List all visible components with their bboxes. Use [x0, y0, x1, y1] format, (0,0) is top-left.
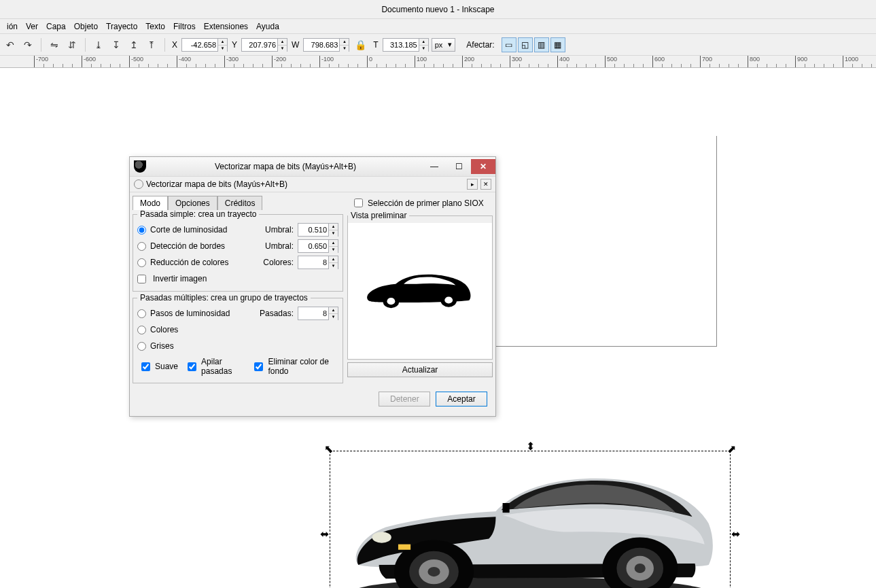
ruler-tick: -600: [82, 56, 96, 68]
unit-select[interactable]: px▾: [432, 38, 456, 52]
w-field[interactable]: [304, 39, 339, 51]
stop-button[interactable]: Detener: [379, 392, 430, 407]
separator: [85, 38, 86, 52]
threshold-label: Umbral:: [256, 225, 294, 235]
tool-options-bar: ↶ ↷ ⇋ ⇵ ⤓ ↧ ↥ ⤒ X ▲▼ Y ▲▼ W ▲▼ 🔒 T ▲▼ px…: [0, 34, 876, 56]
svg-rect-15: [503, 503, 510, 513]
menu-item[interactable]: Trayecto: [102, 20, 141, 33]
minimize-button[interactable]: —: [422, 159, 446, 174]
svg-point-8: [635, 564, 646, 573]
ruler-tick: -700: [34, 56, 48, 68]
menu-item[interactable]: Objeto: [70, 20, 102, 33]
y-field[interactable]: [242, 39, 277, 51]
multiple-scans-fieldset: Pasadas múltiples: crea un grupo de tray…: [133, 293, 343, 383]
brightness-steps-radio[interactable]: Pasos de luminosidad: [137, 309, 252, 318]
brightness-threshold-input[interactable]: ▲▼: [298, 223, 338, 237]
tab-options[interactable]: Opciones: [168, 196, 217, 210]
update-button[interactable]: Actualizar: [347, 362, 493, 377]
y-input[interactable]: ▲▼: [241, 38, 287, 52]
ruler-tick: 800: [748, 56, 760, 68]
w-input[interactable]: ▲▼: [303, 38, 349, 52]
raise-to-top-icon[interactable]: ⤒: [144, 37, 159, 52]
resize-handle-nw[interactable]: ⬉: [324, 444, 333, 455]
menu-item[interactable]: Ayuda: [252, 20, 283, 33]
tab-mode[interactable]: Modo: [133, 196, 168, 210]
color-quantization-radio[interactable]: Reducción de colores: [137, 258, 252, 267]
single-scan-legend: Pasada simple: crea un trayecto: [137, 209, 259, 219]
raise-icon[interactable]: ↥: [126, 37, 141, 52]
menu-item[interactable]: Extensiones: [200, 20, 252, 33]
ruler-tick: -500: [129, 56, 143, 68]
flip-vertical-icon[interactable]: ⇵: [65, 37, 80, 52]
menu-item[interactable]: ión: [3, 20, 22, 33]
affect-pattern-icon[interactable]: ▦: [550, 37, 565, 52]
multiple-scans-legend: Pasadas múltiples: crea un grupo de tray…: [137, 293, 311, 302]
menu-item[interactable]: Ver: [22, 20, 42, 33]
threshold-label: Umbral:: [256, 241, 294, 251]
canvas[interactable]: Vectorizar mapa de bits (Mayús+Alt+B) — …: [0, 68, 876, 588]
lock-icon[interactable]: 🔒: [352, 39, 369, 50]
x-input[interactable]: ▲▼: [181, 38, 228, 52]
spinner-buttons[interactable]: ▲▼: [277, 39, 287, 51]
ok-button[interactable]: Aceptar: [436, 392, 487, 407]
car-image[interactable]: [338, 459, 722, 588]
x-field[interactable]: [182, 39, 217, 51]
resize-handle-e[interactable]: ⬌: [731, 529, 740, 540]
menu-item[interactable]: Filtros: [169, 20, 200, 33]
rotate-ccw-icon[interactable]: ↶: [3, 37, 18, 52]
resize-handle-n[interactable]: ⬍: [526, 441, 535, 452]
tab-credits[interactable]: Créditos: [217, 196, 263, 210]
edge-threshold-input[interactable]: ▲▼: [298, 239, 338, 253]
maximize-button[interactable]: ☐: [446, 159, 471, 174]
affect-gradient-icon[interactable]: ▥: [534, 37, 549, 52]
t-label: T: [372, 40, 379, 50]
colors-count-input[interactable]: ▲▼: [298, 256, 338, 269]
affect-stroke-icon[interactable]: ▭: [502, 37, 516, 52]
selected-object[interactable]: ⬉ ⬍ ⬈ ⬌ ⬌ ⬋ ⬍ ⬊: [330, 451, 731, 588]
remove-background-checkbox[interactable]: Eliminar color de fondo: [251, 357, 337, 376]
close-button[interactable]: ✕: [471, 159, 495, 174]
resize-handle-ne[interactable]: ⬈: [727, 444, 736, 455]
dialog-tabs: Modo Opciones Créditos: [133, 195, 343, 209]
menu-item[interactable]: Texto: [141, 20, 169, 33]
rotate-cw-icon[interactable]: ↷: [20, 37, 35, 52]
resize-handle-w[interactable]: ⬌: [320, 529, 329, 540]
inkscape-icon: [134, 160, 146, 173]
ruler-tick: -300: [224, 56, 239, 68]
lower-to-bottom-icon[interactable]: ⤓: [91, 37, 106, 52]
spinner-buttons[interactable]: ▲▼: [419, 39, 428, 51]
grays-radio[interactable]: Grises: [137, 341, 338, 351]
lower-icon[interactable]: ↧: [109, 37, 124, 52]
window-title: Documento nuevo 1 - Inkscape: [381, 5, 494, 14]
scans-count-input[interactable]: ▲▼: [298, 307, 338, 320]
dialog-title-bar[interactable]: Vectorizar mapa de bits (Mayús+Alt+B) — …: [130, 157, 495, 176]
flip-horizontal-icon[interactable]: ⇋: [47, 37, 62, 52]
affect-corners-icon[interactable]: ◱: [518, 37, 533, 52]
dock-prev-icon[interactable]: ▸: [467, 179, 478, 190]
x-label: X: [171, 40, 179, 50]
preview-legend: Vista preliminar: [348, 211, 409, 220]
invert-checkbox[interactable]: Invertir imagen: [137, 274, 338, 283]
t-field[interactable]: [383, 39, 419, 51]
car-silhouette-icon: [362, 268, 478, 314]
edge-detection-radio[interactable]: Detección de bordes: [137, 241, 252, 251]
menu-item[interactable]: Capa: [42, 20, 70, 33]
t-input[interactable]: ▲▼: [383, 38, 429, 52]
dialog-subtitle: Vectorizar mapa de bits (Mayús+Alt+B): [146, 179, 464, 189]
separator: [41, 38, 41, 52]
ruler-tick: 500: [605, 56, 617, 68]
window-title-bar: Documento nuevo 1 - Inkscape: [0, 0, 876, 19]
chevron-down-icon: ▾: [448, 40, 452, 49]
dock-close-icon[interactable]: ✕: [480, 179, 491, 190]
smooth-checkbox[interactable]: Suave: [139, 357, 178, 376]
trace-icon: [134, 179, 143, 189]
spinner-buttons[interactable]: ▲▼: [339, 39, 349, 51]
brightness-cutoff-radio[interactable]: Corte de luminosidad: [137, 225, 252, 235]
preview-image: [348, 223, 492, 359]
spinner-buttons[interactable]: ▲▼: [217, 39, 227, 51]
colors-radio[interactable]: Colores: [137, 325, 338, 334]
ruler-tick: 700: [700, 56, 712, 68]
siox-checkbox[interactable]: Selección de primer plano SIOX: [347, 195, 493, 211]
w-label: W: [290, 40, 300, 50]
stack-scans-checkbox[interactable]: Apilar pasadas: [185, 357, 245, 376]
